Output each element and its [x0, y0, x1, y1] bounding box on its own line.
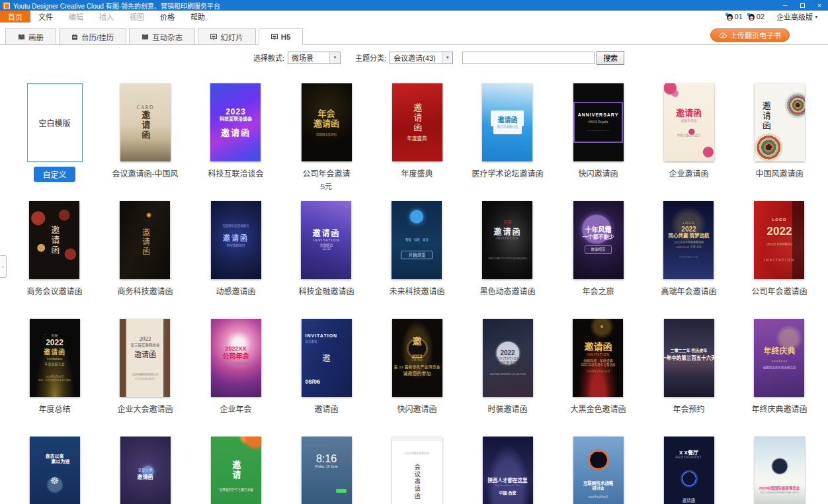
template-thumbnail[interactable]: · 智能 · 科技 · 未来 ·开始浏览 — [392, 201, 442, 279]
tab-magazine[interactable]: 互动杂志 — [129, 28, 195, 45]
template-card[interactable]: 2022INVITATION时装邀请函2022 FALL/WINTER COLL… — [483, 319, 533, 437]
template-card[interactable]: 2022第三届互联网峰会邀请函北京有图科技有限公司北京国际酒店宴会厅企业大会邀请… — [117, 319, 173, 437]
category-select[interactable]: 会议邀请(43) ▼ — [390, 52, 453, 64]
account-qq-1[interactable]: 01 — [725, 13, 743, 21]
template-card[interactable]: 年终庆典● ● ● ● ● ● ●诚邀您出席年终庆典活动年终庆典邀请函 — [751, 319, 807, 437]
template-card[interactable]: 8:16Friday, 19 June — [302, 437, 352, 504]
menu-item-edit[interactable]: 编辑 — [61, 11, 91, 22]
template-card[interactable]: 二零二二年 农历虎年一年中的第三百五十六天年会预约 — [664, 319, 714, 437]
template-card[interactable]: INVITATION商务邀请邀08/06邀请函 — [302, 319, 352, 437]
thumb-text: 研讨会 — [592, 486, 604, 491]
template-thumbnail[interactable]: 邀请函医疗学术研讨会 — [482, 83, 532, 161]
template-thumbnail[interactable]: ANNIVERSARYHAN'S Regalia— —————— — — [573, 83, 624, 161]
plan-selector[interactable]: 企业高级版 ▼ — [776, 11, 819, 22]
template-thumbnail[interactable]: X X餐厅RESTAURANT邀请函 — [664, 437, 714, 504]
template-thumbnail[interactable]: 年终庆典● ● ● ● ● ● ●诚邀您出席年终庆典活动 — [754, 319, 804, 397]
template-thumbnail[interactable]: 邀请函年度盛典 — [392, 83, 442, 161]
maximize-button[interactable] — [794, 0, 811, 11]
thumb-text: 北京有图科技有限公司 — [132, 374, 158, 377]
template-thumbnail[interactable]: 邀请函诚邀您莅临中国大饭店宴会厅 — [664, 83, 714, 161]
tab-h5[interactable]: H5 — [259, 28, 304, 45]
template-card[interactable]: 邀请函商务科技邀请函 — [117, 201, 173, 319]
account-qq-2[interactable]: 02 — [747, 13, 765, 21]
template-thumbnail[interactable]: 年会邀请函2023年1月20日 — [302, 83, 352, 161]
template-card[interactable]: 邀2022中国·北京第 13 届新零售产业博览会诚邀您的参加快闪邀请函 — [392, 319, 442, 437]
template-thumbnail[interactable]: 自古以来素以为进☸ — [30, 437, 80, 504]
template-thumbnail[interactable]: 邀请函 — [29, 201, 79, 279]
template-card[interactable]: 2023科技互联洽谈会邀请函科技互联洽谈会 — [208, 83, 263, 201]
template-thumbnail[interactable]: 邀请函 — [755, 83, 805, 161]
template-thumbnail[interactable]: 2022XX公司年会2022-12-26 北京某某国际酒店 — [211, 319, 261, 397]
template-thumbnail[interactable]: INVITATION商务邀请邀08/06 — [302, 319, 352, 397]
tab-slides[interactable]: 幻灯片 — [198, 28, 256, 45]
template-name: 公司年会邀请函 — [751, 285, 807, 296]
template-card[interactable]: 年会邀请函2023年1月20日公司年会邀请5元 — [302, 83, 352, 201]
menu-item-view[interactable]: 视图 — [122, 11, 152, 22]
template-thumbnail[interactable]: 陕西人才都在这里Shaanxi talents are here中国·西安 — [483, 437, 533, 504]
search-button[interactable]: 搜索 — [597, 51, 624, 65]
template-card[interactable]: 2022XX公司年会2022-12-26 北京某某国际酒店企业年会 — [211, 319, 261, 437]
template-card[interactable]: 邀请函医疗学术研讨会医疗学术论坛邀请函 — [472, 83, 543, 201]
template-thumbnail[interactable]: LOGO20221月13日 北京财富中心INVITATION — [754, 201, 804, 279]
panel-toggle[interactable]: ‹ — [0, 255, 7, 278]
template-card[interactable]: 邀请函中国风邀请函 — [755, 83, 805, 201]
tab-album[interactable]: 画册 — [5, 28, 56, 45]
template-card[interactable]: · 智能 · 科技 · 未来 ·开始浏览未来科技邀请函 — [389, 201, 444, 319]
template-thumbnail[interactable]: 2023科技互联洽谈会邀请函 — [210, 83, 261, 161]
menu-item-insert[interactable]: 插入 — [91, 11, 122, 22]
template-card[interactable]: ANNIVERSARYHAN'S Regalia— —————— —快闪邀请函 — [573, 83, 624, 201]
template-thumbnail[interactable]: 8:16Friday, 19 June — [302, 437, 352, 504]
template-thumbnail[interactable]: 2022INVITATION时装邀请函2022 FALL/WINTER COLL… — [483, 319, 533, 397]
template-card[interactable]: CARD邀请函会议邀请函-中国风 — [112, 83, 179, 201]
menu-item-file[interactable]: 文件 — [30, 11, 61, 22]
template-card[interactable]: X X餐厅RESTAURANT邀请函 — [664, 437, 714, 504]
template-thumbnail[interactable]: 互联网年度盛典峰会邀请函invitation — [211, 201, 261, 279]
template-card[interactable]: 自古以来素以为进☸ — [30, 437, 80, 504]
upload-ebook-button[interactable]: 上传翻页电子书 — [710, 28, 790, 42]
template-card[interactable]: 邀请函年度盛典年度盛典 — [392, 83, 442, 201]
customize-button[interactable]: 自定义 — [34, 167, 75, 182]
template-card[interactable]: 2021中国企业家大会会议邀请函 — [392, 437, 442, 504]
template-card[interactable]: 邀请函INVITATION金融峰会12.02科技金融邀请函 — [298, 201, 354, 319]
template-card[interactable]: 邀请函INVITATION创新科技 · 年终盛典2022 科技年终年会邀请函20… — [570, 319, 626, 437]
template-thumbnail[interactable]: LOGO2022同心共赢 筑梦远航2022企业年终盛典邀请函2022.01.01… — [663, 201, 714, 279]
blank-template-card[interactable]: 空白模版 自定义 — [27, 83, 83, 201]
template-thumbnail[interactable]: CARD邀请函 — [120, 83, 171, 161]
template-thumbnail[interactable]: 邀请函INVITATION金融峰会12.02 — [301, 201, 351, 279]
template-thumbnail[interactable]: 某某大学邀请函 — [120, 437, 171, 504]
template-card[interactable]: 某某大学邀请函 — [120, 437, 171, 504]
template-card[interactable]: 邀请“会呼吸的空气”主题艺术展 — [211, 437, 261, 504]
blank-template-thumb[interactable]: 空白模版 — [27, 83, 83, 162]
template-thumbnail[interactable]: 2022第三届互联网峰会邀请函北京有图科技有限公司北京国际酒店宴会厅 — [120, 319, 170, 397]
template-card[interactable]: 十年风霜一个都不能少故事相见年会之旅 — [573, 201, 624, 319]
close-button[interactable]: × — [811, 0, 828, 11]
menu-item-price[interactable]: 价格 — [152, 11, 183, 22]
template-card[interactable]: 有图邀请函INVITATIONWELCOME TO YOUR CHONGQING… — [479, 201, 535, 319]
template-card[interactable]: 有图2022邀请函invitation年度总结大会2022年1月29日地址：北京… — [30, 319, 80, 437]
template-card[interactable]: LOGO2022同心共赢 筑梦远航2022企业年终盛典邀请函2022.01.01… — [661, 201, 716, 319]
menu-item-home[interactable]: 首页 — [0, 11, 30, 22]
template-thumbnail[interactable]: 二零二二年 农历虎年一年中的第三百五十六天 — [664, 319, 714, 397]
template-thumbnail[interactable]: 邀请函 — [120, 201, 170, 279]
template-thumbnail[interactable]: 邀请函INVITATION创新科技 · 年终盛典2022 科技年终年会邀请函20… — [573, 319, 623, 397]
style-select[interactable]: 微场景 ▼ — [288, 52, 341, 64]
template-thumbnail[interactable]: 邀请“会呼吸的空气”主题艺术展 — [211, 437, 261, 504]
template-card[interactable]: 邀请函商务会议邀请函 — [26, 201, 82, 319]
template-thumbnail[interactable]: 邀2022中国·北京第 13 届新零售产业博览会诚邀您的参加 — [392, 319, 442, 397]
template-thumbnail[interactable]: 2022中国国际旅游博览会2022 CHINA INTERNATIONAL EX… — [755, 437, 805, 504]
template-thumbnail[interactable]: 2021中国企业家大会会议邀请函 — [392, 437, 442, 504]
template-card[interactable]: 邀请函诚邀您莅临中国大饭店宴会厅企业邀请函 — [664, 83, 714, 201]
tab-calendar[interactable]: 台历/挂历 — [59, 28, 126, 45]
template-card[interactable]: 互联网年度盛典峰会邀请函invitation动感邀请函 — [211, 201, 261, 319]
menu-item-help[interactable]: 帮助 — [183, 11, 213, 22]
minimize-button[interactable]: ─ — [776, 0, 794, 11]
template-card[interactable]: 陕西人才都在这里Shaanxi talents are here中国·西安 — [483, 437, 533, 504]
template-card[interactable]: LOGO20221月13日 北京财富中心INVITATION公司年会邀请函 — [751, 201, 807, 319]
template-card[interactable]: 互联网技术战略研讨会2022年10月18日 — [573, 437, 624, 504]
template-thumbnail[interactable]: 互联网技术战略研讨会2022年10月18日 — [573, 437, 624, 504]
search-input[interactable] — [462, 52, 595, 64]
template-thumbnail[interactable]: 十年风霜一个都不能少故事相见 — [573, 201, 624, 279]
template-card[interactable]: 2022中国国际旅游博览会2022 CHINA INTERNATIONAL EX… — [755, 437, 805, 504]
template-thumbnail[interactable]: 有图2022邀请函invitation年度总结大会2022年1月29日地址：北京… — [30, 319, 80, 397]
template-thumbnail[interactable]: 有图邀请函INVITATIONWELCOME TO YOUR CHONGQING — [482, 201, 532, 279]
